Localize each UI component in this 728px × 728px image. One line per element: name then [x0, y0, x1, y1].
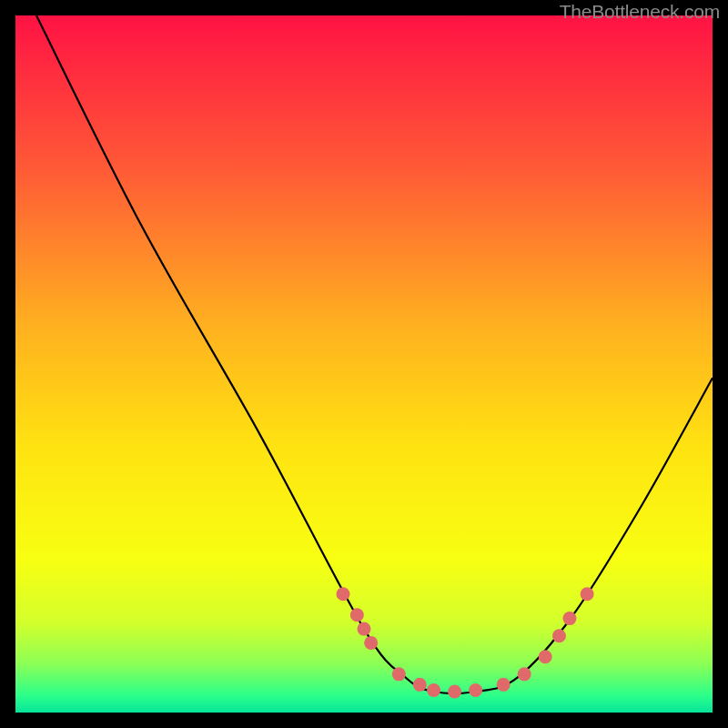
data-marker: [552, 629, 566, 642]
chart-background: [15, 15, 713, 713]
data-marker: [497, 678, 511, 692]
data-marker: [581, 587, 594, 601]
data-marker: [350, 608, 364, 622]
data-marker: [427, 683, 440, 697]
data-marker: [448, 685, 461, 699]
data-marker: [518, 667, 531, 681]
data-marker: [364, 636, 378, 650]
data-marker: [562, 612, 576, 625]
chart-svg: [15, 15, 713, 713]
chart-frame: TheBottleneck.com: [0, 0, 728, 728]
data-marker: [392, 667, 406, 681]
data-marker: [413, 678, 427, 692]
plot-area: [15, 15, 713, 713]
data-marker: [337, 587, 350, 601]
data-marker: [358, 622, 371, 636]
data-marker: [539, 650, 552, 663]
data-marker: [469, 683, 482, 697]
